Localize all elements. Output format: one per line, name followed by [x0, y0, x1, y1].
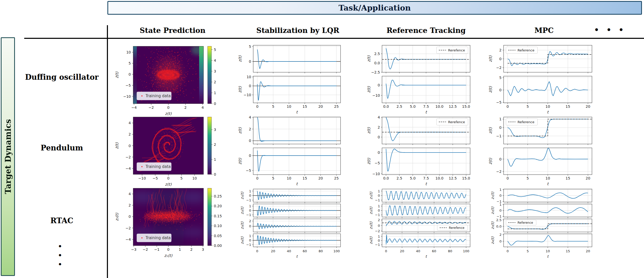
svg-text:10: 10 — [287, 176, 291, 180]
svg-text:7.5: 7.5 — [423, 176, 429, 180]
svg-text:2: 2 — [378, 218, 380, 222]
svg-text:15: 15 — [566, 176, 570, 180]
svg-text:60: 60 — [303, 249, 307, 253]
svg-text:0: 0 — [129, 144, 131, 148]
plots-canvas: −4−2024−10−50510z(t)ż(t)012345Training d… — [0, 0, 644, 278]
svg-text:2.5: 2.5 — [496, 218, 502, 222]
svg-text:0.0: 0.0 — [383, 104, 389, 109]
svg-text:2: 2 — [214, 80, 216, 84]
svg-text:15: 15 — [566, 104, 570, 109]
svg-text:5: 5 — [527, 176, 529, 180]
rtac-reference-tracking-panel-3: 20−2z₃(t)Rerefence — [369, 218, 470, 233]
svg-text:5: 5 — [499, 76, 502, 80]
rtac-lqr-panel-1: 10−1z₁(t) — [240, 189, 341, 203]
svg-text:−2: −2 — [125, 226, 131, 230]
svg-text:−1: −1 — [154, 247, 159, 252]
svg-text:−4: −4 — [131, 105, 137, 110]
svg-text:1: 1 — [214, 157, 216, 162]
svg-text:20: 20 — [318, 104, 323, 109]
svg-text:80: 80 — [319, 249, 323, 253]
svg-text:2: 2 — [190, 247, 193, 252]
rtac-state-prediction-colorbar — [208, 188, 211, 246]
svg-text:5: 5 — [527, 104, 529, 109]
svg-text:0.00: 0.00 — [214, 244, 222, 248]
svg-text:5: 5 — [214, 48, 216, 52]
svg-text:0.0: 0.0 — [496, 225, 502, 228]
pendulum-state-prediction-training-legend: Training data — [137, 163, 171, 171]
svg-text:0: 0 — [167, 247, 170, 252]
svg-text:Rerefence: Rerefence — [448, 120, 465, 124]
svg-text:−10: −10 — [138, 176, 146, 180]
svg-text:−5: −5 — [246, 168, 251, 173]
svg-text:Reference: Reference — [518, 221, 533, 225]
svg-text:z(t): z(t) — [488, 55, 493, 62]
svg-text:4: 4 — [214, 58, 216, 62]
svg-text:z₁(t): z₁(t) — [490, 192, 495, 199]
svg-text:4: 4 — [378, 115, 380, 119]
svg-text:−5: −5 — [496, 100, 502, 104]
svg-text:t: t — [296, 110, 298, 114]
svg-text:15: 15 — [302, 176, 307, 180]
svg-text:z₄(t): z₄(t) — [490, 236, 495, 244]
svg-text:100: 100 — [463, 249, 469, 253]
svg-text:z₃(t): z₃(t) — [369, 221, 373, 229]
rtac-lqr: 10−1z₁(t)10−1z₂(t)20z₃(t)10−1z₄(t)020406… — [240, 189, 341, 258]
svg-text:1: 1 — [499, 117, 502, 121]
svg-text:1: 1 — [179, 247, 181, 252]
svg-text:z₂(t): z₂(t) — [369, 207, 373, 214]
svg-text:0: 0 — [378, 194, 380, 198]
svg-text:t: t — [547, 254, 549, 258]
pendulum-reference-tracking-panel-1: 420z(t)Rerefence — [367, 115, 470, 145]
duffing-reference-tracking-panel-2: 0−10ż(t) — [367, 76, 470, 104]
svg-text:Reference: Reference — [518, 48, 534, 52]
svg-text:0: 0 — [129, 72, 131, 76]
svg-text:0: 0 — [214, 102, 216, 106]
svg-text:1: 1 — [378, 189, 380, 193]
svg-text:2: 2 — [214, 142, 216, 147]
svg-text:4: 4 — [129, 121, 131, 125]
svg-text:20: 20 — [586, 249, 590, 253]
duffing-lqr: 50z(t)100−10ż(t)0510152025t — [238, 44, 341, 114]
svg-text:10: 10 — [546, 104, 550, 109]
svg-text:Training data: Training data — [145, 94, 171, 98]
svg-text:2: 2 — [378, 125, 380, 129]
svg-text:2.5: 2.5 — [396, 176, 402, 180]
svg-text:−5: −5 — [375, 161, 380, 165]
svg-text:0: 0 — [499, 209, 502, 212]
svg-text:3: 3 — [214, 128, 216, 132]
svg-text:0.0: 0.0 — [374, 61, 380, 65]
svg-text:0: 0 — [249, 209, 251, 212]
svg-text:z(t): z(t) — [367, 55, 371, 62]
svg-text:15: 15 — [566, 249, 570, 253]
svg-text:z₃(t): z₃(t) — [490, 221, 495, 229]
svg-text:20: 20 — [586, 176, 590, 180]
svg-text:5: 5 — [527, 249, 529, 253]
svg-text:15.0: 15.0 — [462, 176, 470, 180]
svg-text:10: 10 — [546, 249, 550, 253]
svg-text:5: 5 — [249, 44, 251, 49]
svg-text:0: 0 — [249, 224, 251, 228]
svg-text:Rerefence: Rerefence — [449, 226, 464, 230]
svg-text:z(t): z(t) — [238, 127, 242, 134]
svg-text:2: 2 — [249, 127, 251, 131]
svg-text:0.25: 0.25 — [214, 194, 222, 198]
svg-text:0: 0 — [385, 249, 387, 253]
svg-text:−2: −2 — [143, 247, 148, 252]
svg-text:−10: −10 — [372, 93, 380, 97]
svg-text:z₂(t): z₂(t) — [240, 207, 244, 214]
svg-text:5: 5 — [129, 61, 131, 65]
svg-text:10: 10 — [546, 176, 550, 180]
svg-text:40: 40 — [287, 249, 291, 253]
duffing-mpc-panel-2: 50−5ż(t) — [488, 76, 592, 104]
rtac-reference-tracking-panel-1: 10−1z₁(t) — [369, 189, 470, 203]
duffing-mpc: 20−2z(t)Reference50−5ż(t)05101520t — [488, 45, 592, 114]
svg-text:20: 20 — [400, 249, 404, 253]
svg-text:4: 4 — [201, 105, 204, 110]
svg-text:0: 0 — [214, 172, 216, 176]
training-data-marker-icon — [141, 166, 142, 167]
rtac-lqr-panel-4: 10−1z₄(t) — [240, 234, 341, 248]
svg-text:−1: −1 — [375, 213, 380, 217]
svg-text:3: 3 — [202, 247, 204, 252]
svg-text:5.0: 5.0 — [410, 104, 416, 109]
svg-text:0.15: 0.15 — [214, 214, 222, 218]
